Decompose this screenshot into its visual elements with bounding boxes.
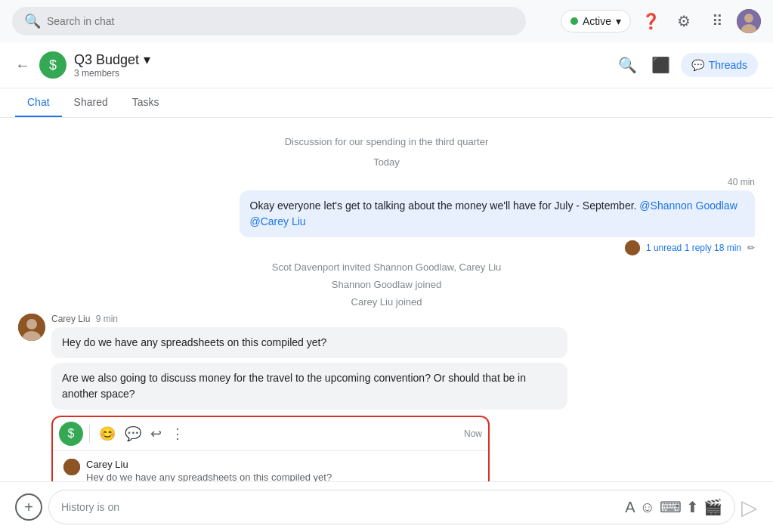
messages-list: Discussion for our spending in the third… <box>0 118 773 481</box>
emoji-toolbar-button[interactable]: 😊 <box>96 422 119 445</box>
panel-toolbar: $ 😊 💬 ↩ ⋮ Now <box>53 417 488 451</box>
sent-message-content: 40 min Okay everyone let's get to talkin… <box>240 177 756 255</box>
back-button[interactable]: ← <box>15 57 30 74</box>
more-toolbar-button[interactable]: ⋮ <box>168 422 187 445</box>
header-search-button[interactable]: 🔍 <box>614 51 642 79</box>
send-button[interactable]: ▷ <box>741 495 758 520</box>
sent-bubble: Okay everyone let's get to talking about… <box>240 190 756 237</box>
emoji-icon[interactable]: ☺ <box>640 499 655 516</box>
active-status-button[interactable]: Active ▾ <box>561 10 631 32</box>
quoted-sender-name: Carey Liu <box>86 459 332 470</box>
active-message-panel: $ 😊 💬 ↩ ⋮ Now <box>51 416 490 481</box>
date-divider: Today <box>18 156 755 168</box>
quoted-message: Carey Liu Hey do we have any spreadsheet… <box>63 459 478 481</box>
chevron-down-icon: ▾ <box>616 15 621 27</box>
chat-area: ← $ Q3 Budget ▾ 3 members 🔍 ⬛ 💬 Threads <box>0 42 773 532</box>
message-bubble-2: Are we also going to discuss money for t… <box>51 363 567 410</box>
top-bar: 🔍 Active ▾ ❓ ⚙ ⠿ <box>0 0 773 42</box>
active-dot <box>570 17 578 25</box>
quoted-content: Carey Liu Hey do we have any spreadsheet… <box>86 459 332 481</box>
cast-icon: ⬛ <box>651 56 670 74</box>
input-icons: A ☺ ⌨ ⬆ 🎬 <box>625 498 722 516</box>
message-bubble-1: Hey do we have any spreadsheets on this … <box>51 327 567 358</box>
active-label: Active <box>583 15 611 27</box>
svg-point-5 <box>26 319 37 329</box>
panel-dollar-icon: $ <box>59 422 83 446</box>
threads-icon: 💬 <box>691 59 704 71</box>
chat-header: ← $ Q3 Budget ▾ 3 members 🔍 ⬛ 💬 Threads <box>0 42 773 88</box>
search-bar[interactable]: 🔍 <box>12 7 526 36</box>
svg-point-3 <box>625 240 640 255</box>
tabs: Chat Shared Tasks <box>0 88 773 118</box>
help-button[interactable]: ❓ <box>637 8 664 35</box>
svg-point-7 <box>63 459 80 475</box>
edit-icon: ✏ <box>747 243 755 253</box>
join-message-3: Carey Liu joined <box>18 296 755 308</box>
reply-toolbar-button[interactable]: 💬 <box>122 422 144 445</box>
video-icon[interactable]: 🎬 <box>703 498 722 516</box>
apps-button[interactable]: ⠿ <box>703 8 731 35</box>
keyboard-icon[interactable]: ⌨ <box>660 498 682 516</box>
back-toolbar-button[interactable]: ↩ <box>147 422 165 445</box>
search-icon: 🔍 <box>618 56 637 74</box>
header-actions: 🔍 ⬛ 💬 Threads <box>614 51 758 79</box>
tab-tasks[interactable]: Tasks <box>120 88 172 117</box>
message-input-wrap[interactable]: History is on A ☺ ⌨ ⬆ 🎬 <box>48 490 735 524</box>
message-row: 40 min Okay everyone let's get to talkin… <box>18 177 755 255</box>
space-name: Q3 Budget ▾ <box>74 51 614 68</box>
threads-label: Threads <box>709 59 747 71</box>
threads-button[interactable]: 💬 Threads <box>681 53 758 77</box>
panel-body: Carey Liu Hey do we have any spreadsheet… <box>53 451 488 481</box>
settings-button[interactable]: ⚙ <box>670 8 697 35</box>
content: ← $ Q3 Budget ▾ 3 members 🔍 ⬛ 💬 Threads <box>0 42 773 532</box>
space-info: Q3 Budget ▾ 3 members <box>74 51 614 79</box>
add-button[interactable]: + <box>15 493 42 521</box>
thread-text: 1 unread 1 reply 18 min <box>646 243 741 253</box>
thread-info[interactable]: 1 unread 1 reply 18 min ✏ <box>240 240 756 255</box>
space-members: 3 members <box>74 68 614 79</box>
svg-point-1 <box>744 14 753 23</box>
text-format-icon[interactable]: A <box>625 499 635 516</box>
space-name-chevron[interactable]: ▾ <box>144 51 150 68</box>
user-avatar[interactable] <box>737 9 761 33</box>
top-right-actions: Active ▾ ❓ ⚙ ⠿ <box>561 8 761 35</box>
chat-input-area: + History is on A ☺ ⌨ ⬆ 🎬 ▷ <box>0 481 773 532</box>
tab-shared[interactable]: Shared <box>62 88 120 117</box>
toolbar-separator <box>89 425 90 443</box>
message-sender: Carey Liu 9 min <box>51 314 567 324</box>
gear-icon: ⚙ <box>677 12 691 30</box>
carey-avatar <box>18 314 45 341</box>
panel-time: Now <box>464 428 482 439</box>
space-icon: $ <box>39 51 66 79</box>
message-timestamp: 40 min <box>240 177 756 187</box>
join-message-2: Shannon Goodlaw joined <box>18 279 755 290</box>
history-on-label: History is on <box>61 501 619 513</box>
input-row: + History is on A ☺ ⌨ ⬆ 🎬 ▷ <box>15 490 758 524</box>
upload-icon[interactable]: ⬆ <box>686 498 699 516</box>
join-message-1: Scot Davenport invited Shannon Goodlaw, … <box>18 261 755 273</box>
help-icon: ❓ <box>642 12 660 30</box>
quoted-avatar <box>63 459 80 475</box>
search-icon: 🔍 <box>24 13 41 29</box>
cast-button[interactable]: ⬛ <box>648 51 675 79</box>
thread-avatar <box>625 240 640 255</box>
system-message: Discussion for our spending in the third… <box>18 136 755 147</box>
search-input[interactable] <box>47 15 514 27</box>
received-message-content: Carey Liu 9 min Hey do we have any sprea… <box>51 314 567 410</box>
quoted-text: Hey do we have any spreadsheets on this … <box>86 472 332 481</box>
grid-icon: ⠿ <box>712 12 723 30</box>
tab-chat[interactable]: Chat <box>15 88 62 117</box>
received-message-row: Carey Liu 9 min Hey do we have any sprea… <box>18 314 755 410</box>
